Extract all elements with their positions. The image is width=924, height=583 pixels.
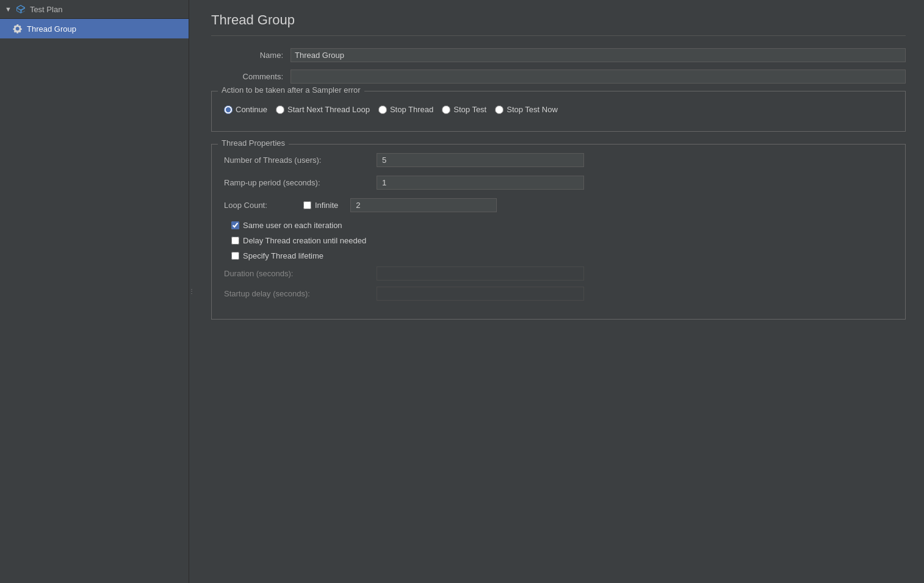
duration-label: Duration (seconds): <box>224 269 377 278</box>
specify-lifetime-label: Specify Thread lifetime <box>243 251 323 260</box>
thread-properties-section: Thread Properties Number of Threads (use… <box>211 144 906 320</box>
name-label: Name: <box>211 51 291 60</box>
num-threads-label: Number of Threads (users): <box>224 156 377 165</box>
ramp-up-input[interactable] <box>377 176 584 190</box>
loop-count-row: Loop Count: Infinite <box>224 198 893 212</box>
sidebar: ▼ Test Plan Thread Group <box>0 0 189 583</box>
delay-thread-label: Delay Thread creation until needed <box>243 236 366 245</box>
radio-stop-thread-input[interactable] <box>378 106 387 114</box>
name-input[interactable] <box>291 48 906 62</box>
num-threads-row: Number of Threads (users): <box>224 153 893 167</box>
comments-input[interactable] <box>291 70 906 84</box>
name-row: Name: <box>211 48 906 62</box>
delay-thread-checkbox[interactable] <box>231 237 239 245</box>
infinite-checkbox[interactable] <box>303 201 311 209</box>
radio-stop-thread-label: Stop Thread <box>390 105 433 114</box>
test-plan-label: Test Plan <box>30 5 62 14</box>
specify-lifetime-row: Specify Thread lifetime <box>231 251 893 260</box>
radio-stop-test-input[interactable] <box>442 106 450 114</box>
radio-stop-thread[interactable]: Stop Thread <box>378 105 433 114</box>
startup-delay-input <box>377 287 584 301</box>
loop-count-input[interactable] <box>350 198 497 212</box>
radio-continue-label: Continue <box>236 105 267 114</box>
same-user-label: Same user on each iteration <box>243 221 342 230</box>
infinite-checkbox-item[interactable]: Infinite <box>303 201 338 210</box>
radio-continue-input[interactable] <box>224 106 233 114</box>
sampler-error-section: Action to be taken after a Sampler error… <box>211 91 906 132</box>
radio-continue[interactable]: Continue <box>224 105 267 114</box>
radio-stop-test[interactable]: Stop Test <box>442 105 486 114</box>
ramp-up-label: Ramp-up period (seconds): <box>224 178 377 187</box>
radio-stop-test-now[interactable]: Stop Test Now <box>495 105 558 114</box>
num-threads-input[interactable] <box>377 153 584 167</box>
duration-row: Duration (seconds): <box>224 266 893 281</box>
test-plan-icon <box>15 4 26 15</box>
loop-count-label: Loop Count: <box>224 201 297 210</box>
same-user-row: Same user on each iteration <box>231 221 893 230</box>
same-user-checkbox[interactable] <box>231 221 239 229</box>
tree-arrow[interactable]: ▼ <box>5 5 12 13</box>
specify-lifetime-checkbox[interactable] <box>231 252 239 260</box>
sampler-error-legend: Action to be taken after a Sampler error <box>218 85 364 95</box>
startup-delay-row: Startup delay (seconds): <box>224 287 893 301</box>
main-content: Thread Group Name: Comments: Action to b… <box>193 0 924 583</box>
comments-row: Comments: <box>211 70 906 84</box>
ramp-up-row: Ramp-up period (seconds): <box>224 176 893 190</box>
radio-stop-test-label: Stop Test <box>453 105 486 114</box>
sidebar-header: ▼ Test Plan <box>0 0 189 19</box>
sampler-error-radio-group: Continue Start Next Thread Loop Stop Thr… <box>224 100 893 119</box>
page-title: Thread Group <box>211 12 906 36</box>
startup-delay-label: Startup delay (seconds): <box>224 289 377 298</box>
radio-stop-test-now-label: Stop Test Now <box>507 105 558 114</box>
duration-input <box>377 266 584 281</box>
delay-thread-row: Delay Thread creation until needed <box>231 236 893 245</box>
radio-stop-test-now-input[interactable] <box>495 106 504 114</box>
radio-start-next-input[interactable] <box>276 106 284 114</box>
thread-properties-legend: Thread Properties <box>218 138 289 148</box>
thread-group-icon <box>12 23 23 34</box>
radio-start-next-label: Start Next Thread Loop <box>287 105 370 114</box>
sidebar-item-thread-group[interactable]: Thread Group <box>0 19 189 38</box>
comments-label: Comments: <box>211 72 291 81</box>
infinite-label: Infinite <box>315 201 338 210</box>
thread-group-label: Thread Group <box>27 24 76 34</box>
radio-start-next[interactable]: Start Next Thread Loop <box>276 105 370 114</box>
